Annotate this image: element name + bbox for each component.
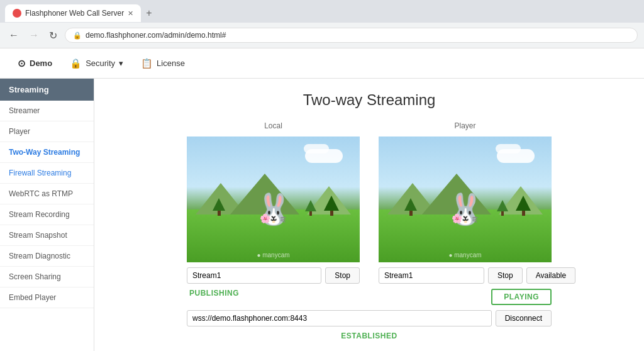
back-button[interactable]: ← xyxy=(6,28,21,42)
nav-demo[interactable]: ⊙ Demo xyxy=(10,54,60,73)
player-stop-button[interactable]: Stop xyxy=(488,267,523,284)
player-stream-name-input[interactable] xyxy=(379,267,484,284)
local-stream-name-input[interactable] xyxy=(187,267,321,284)
local-status-row: PUBLISHING xyxy=(187,289,360,298)
wss-url-input[interactable] xyxy=(187,310,492,326)
lock-icon: 🔒 xyxy=(73,31,82,40)
nav-security-label: Security xyxy=(86,58,115,68)
sidebar-header: Streaming xyxy=(0,79,94,101)
player-scene: 🐰 🌸 ● manycam xyxy=(379,136,552,262)
new-tab-button[interactable]: + xyxy=(146,8,152,19)
player-tree2 xyxy=(516,196,531,216)
page-title: Two-way Streaming xyxy=(113,91,625,109)
reload-button[interactable]: ↻ xyxy=(47,28,60,43)
main-layout: Streaming Streamer Player Two-Way Stream… xyxy=(0,79,644,351)
sidebar-item-screen-sharing[interactable]: Screen Sharing xyxy=(0,267,94,287)
app-container: ⊙ Demo 🔒 Security ▾ 📋 License Streaming … xyxy=(0,48,644,351)
player-status-row: PLAYING xyxy=(379,289,552,305)
browser-tab[interactable]: Flashphoner Web Call Server ✕ xyxy=(5,4,141,22)
flower: 🌸 xyxy=(260,213,270,223)
url-bar[interactable]: 🔒 demo.flashphoner.com/admin/demo.html# xyxy=(65,28,638,43)
tab-favicon xyxy=(13,9,21,18)
sidebar-item-streamer[interactable]: Streamer xyxy=(0,101,94,121)
player-available-button[interactable]: Available xyxy=(526,267,575,284)
sidebar-item-embed-player[interactable]: Embed Player xyxy=(0,287,94,308)
nav-demo-label: Demo xyxy=(30,58,52,68)
player-panel: Player xyxy=(379,121,552,305)
local-video: 🐰 🌸 ● manycam xyxy=(187,136,360,262)
local-panel: Local xyxy=(187,121,360,305)
sidebar-item-stream-diagnostic[interactable]: Stream Diagnostic xyxy=(0,246,94,267)
content-area: Two-way Streaming Local xyxy=(94,79,644,351)
player-video: 🐰 🌸 ● manycam xyxy=(379,136,552,262)
wss-url-row: Disconnect xyxy=(187,310,552,326)
disconnect-button[interactable]: Disconnect xyxy=(496,310,552,326)
sidebar-item-stream-recording[interactable]: Stream Recording xyxy=(0,204,94,225)
local-stream-controls: Stop xyxy=(187,267,360,284)
play-icon: ⊙ xyxy=(18,58,26,69)
sidebar-item-webrtc-as-rtmp[interactable]: WebRTC as RTMP xyxy=(0,184,94,204)
browser-chrome: Flashphoner Web Call Server ✕ + ← → ↻ 🔒 … xyxy=(0,0,644,48)
top-nav: ⊙ Demo 🔒 Security ▾ 📋 License xyxy=(0,48,644,79)
sidebar: Streaming Streamer Player Two-Way Stream… xyxy=(0,79,94,351)
manycam-watermark: ● manycam xyxy=(257,252,289,259)
sidebar-item-player[interactable]: Player xyxy=(0,121,94,142)
lock-nav-icon: 🔒 xyxy=(70,58,82,69)
established-status: ESTABLISHED xyxy=(341,332,397,340)
url-text: demo.flashphoner.com/admin/demo.html# xyxy=(86,31,226,40)
nav-security[interactable]: 🔒 Security ▾ xyxy=(62,54,131,73)
streaming-panels: Local xyxy=(113,121,625,305)
player-cloud2 xyxy=(496,144,521,153)
forward-button[interactable]: → xyxy=(26,28,42,42)
tree1 xyxy=(213,198,225,216)
playing-status-button[interactable]: PLAYING xyxy=(491,289,552,305)
player-manycam-watermark: ● manycam xyxy=(448,252,481,259)
license-icon: 📋 xyxy=(141,58,153,69)
local-stop-button[interactable]: Stop xyxy=(325,267,360,284)
sidebar-item-stream-snapshot[interactable]: Stream Snapshot xyxy=(0,225,94,246)
tree3 xyxy=(305,200,316,216)
cloud2 xyxy=(304,144,329,153)
tab-close-button[interactable]: ✕ xyxy=(128,9,133,18)
bottom-section: Disconnect ESTABLISHED xyxy=(113,310,625,340)
nav-license[interactable]: 📋 License xyxy=(133,54,192,73)
tree2 xyxy=(324,196,339,216)
tab-title: Flashphoner Web Call Server xyxy=(25,9,124,18)
sidebar-item-firewall-streaming[interactable]: Firewall Streaming xyxy=(0,163,94,184)
address-bar: ← → ↻ 🔒 demo.flashphoner.com/admin/demo.… xyxy=(0,23,644,48)
publishing-status: PUBLISHING xyxy=(189,289,239,298)
local-label: Local xyxy=(264,121,282,130)
local-scene: 🐰 🌸 ● manycam xyxy=(187,136,360,262)
player-stream-controls: Stop Available xyxy=(379,267,552,284)
player-label: Player xyxy=(454,121,475,130)
player-flower: 🌸 xyxy=(452,213,462,223)
player-tree1 xyxy=(404,198,417,216)
nav-license-label: License xyxy=(157,58,185,68)
dropdown-icon: ▾ xyxy=(119,58,123,68)
tab-bar: Flashphoner Web Call Server ✕ + xyxy=(0,0,644,23)
player-tree3 xyxy=(497,200,508,216)
sidebar-item-two-way-streaming[interactable]: Two-Way Streaming xyxy=(0,142,94,163)
